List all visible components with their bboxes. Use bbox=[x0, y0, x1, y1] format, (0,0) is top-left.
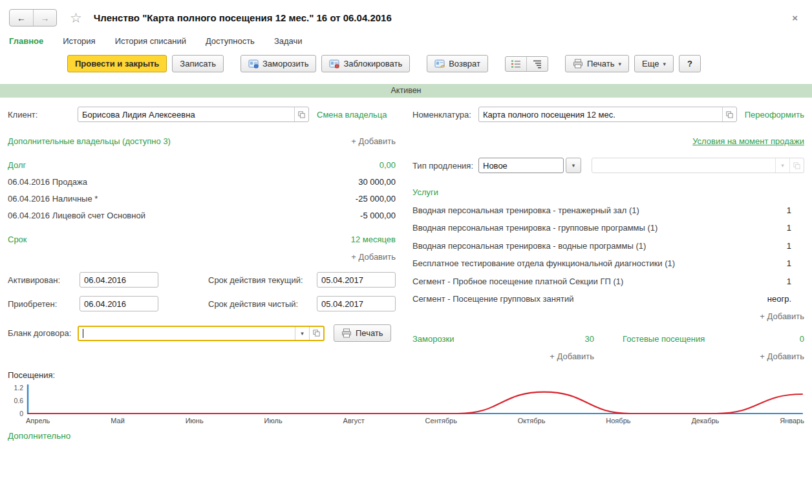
month-label: Ноябрь bbox=[606, 417, 630, 425]
guest-visits-block: Гостевые посещения 0 + Добавить bbox=[623, 334, 804, 361]
renewal-type-input[interactable] bbox=[479, 158, 563, 173]
section-tabs: Главное История История списаний Доступн… bbox=[0, 32, 812, 52]
forward-arrow-icon[interactable]: → bbox=[33, 10, 56, 26]
renewal-row: Тип продления: ▾ ▾ bbox=[412, 158, 804, 173]
valid-current-input[interactable] bbox=[317, 273, 395, 287]
tab-istoriya-spisaniy[interactable]: История списаний bbox=[115, 36, 186, 46]
dropdown-arrow-icon[interactable]: ▾ bbox=[295, 327, 309, 340]
add-freeze-button[interactable]: + Добавить bbox=[550, 352, 594, 361]
nomenclature-row: Номенклатура: Переоформить bbox=[412, 107, 804, 122]
dropdown-arrow-icon[interactable]: ▾ bbox=[566, 158, 581, 173]
service-row: Вводная персональная тренировка - тренаж… bbox=[412, 205, 804, 215]
y-tick-label: 1.2 bbox=[14, 384, 23, 392]
contract-input[interactable] bbox=[83, 327, 295, 340]
status-label: Активен bbox=[390, 86, 421, 95]
debt-entry-row: 06.04.2016 Наличные * -25 000,00 bbox=[8, 194, 396, 204]
choose-icon[interactable] bbox=[309, 327, 323, 340]
choose-icon[interactable] bbox=[722, 107, 736, 121]
freeze-button[interactable]: Заморозить bbox=[240, 55, 317, 72]
service-value: 1 bbox=[787, 223, 791, 233]
service-row: Сегмент - Пробное посещение платной Секц… bbox=[412, 277, 804, 286]
guest-visits-link[interactable]: Гостевые посещения bbox=[623, 334, 705, 344]
additional-owners-row: Дополнительные владельцы (доступно 3) + … bbox=[8, 136, 396, 146]
nomenclature-input[interactable] bbox=[479, 107, 722, 121]
refund-button[interactable]: Возврат bbox=[427, 55, 488, 72]
add-guest-visit-button[interactable]: + Добавить bbox=[760, 352, 804, 361]
activated-input[interactable] bbox=[80, 273, 158, 287]
purchased-input[interactable] bbox=[80, 297, 158, 311]
renewal-target-input[interactable] bbox=[592, 158, 775, 173]
add-service-button[interactable]: + Добавить bbox=[760, 311, 804, 321]
tab-glavnoe[interactable]: Главное bbox=[9, 36, 43, 46]
print-contract-label: Печать bbox=[356, 328, 383, 338]
choose-icon[interactable] bbox=[294, 107, 308, 121]
additional-owners-link[interactable]: Дополнительные владельцы (доступно 3) bbox=[8, 136, 171, 146]
services-link[interactable]: Услуги bbox=[412, 187, 438, 197]
activated-label: Активирован: bbox=[8, 275, 76, 285]
client-row: Клиент: Смена владельца bbox=[8, 107, 396, 122]
chart-x-axis-labels: Апрель Май Июнь Июль Август Сентябрь Окт… bbox=[26, 417, 804, 425]
hierarchy-list-icon[interactable] bbox=[526, 57, 548, 71]
back-arrow-icon[interactable]: ← bbox=[10, 10, 33, 26]
nomenclature-label: Номенклатура: bbox=[412, 110, 478, 120]
debt-entry-row: 06.04.2016 Продажа 30 000,00 bbox=[8, 177, 396, 187]
valid-net-field[interactable] bbox=[317, 296, 396, 311]
change-owner-link[interactable]: Смена владельца bbox=[317, 110, 387, 120]
toolbar: Провести и закрыть Записать Заморозить З… bbox=[0, 52, 812, 79]
valid-current-field[interactable] bbox=[317, 272, 396, 288]
valid-net-input[interactable] bbox=[317, 297, 395, 311]
print-menu-button[interactable]: Печать ▾ bbox=[565, 55, 629, 72]
contract-field[interactable]: ▾ bbox=[78, 326, 325, 341]
help-button[interactable]: ? bbox=[679, 55, 701, 72]
month-label: Май bbox=[111, 417, 125, 425]
renewal-target-field[interactable]: ▾ bbox=[592, 158, 804, 173]
chart-y-axis-ticks: 00.61.2 bbox=[8, 383, 26, 416]
sale-terms-link[interactable]: Условия на момент продажи bbox=[692, 136, 804, 146]
services-add-row: + Добавить bbox=[412, 311, 804, 321]
activated-field[interactable] bbox=[80, 272, 158, 288]
additional-link[interactable]: Дополнительно bbox=[8, 431, 70, 441]
checklist-icon[interactable] bbox=[506, 57, 526, 71]
tab-istoriya[interactable]: История bbox=[63, 36, 95, 46]
month-label: Декабрь bbox=[691, 417, 719, 425]
purchased-field[interactable] bbox=[80, 296, 158, 311]
term-link[interactable]: Срок bbox=[8, 235, 27, 244]
renewal-type-field[interactable] bbox=[478, 158, 564, 173]
post-and-close-button[interactable]: Провести и закрыть bbox=[67, 55, 167, 72]
guest-visits-value: 0 bbox=[800, 334, 804, 344]
main-area: Клиент: Смена владельца Дополнительные в… bbox=[0, 98, 812, 361]
reissue-link[interactable]: Переоформить bbox=[745, 110, 804, 120]
term-value: 12 месяцев bbox=[351, 235, 396, 244]
client-field[interactable] bbox=[78, 107, 309, 122]
favorite-star-icon[interactable]: ☆ bbox=[70, 11, 82, 25]
purchased-label: Приобретен: bbox=[8, 299, 76, 309]
freezes-value: 30 bbox=[585, 334, 594, 344]
contract-row: Бланк договора: ▾ Печать bbox=[8, 324, 396, 342]
add-owner-button[interactable]: + Добавить bbox=[351, 136, 396, 146]
freezes-link[interactable]: Заморозки bbox=[412, 334, 454, 344]
service-label: Вводная персональная тренировка - группо… bbox=[412, 223, 657, 233]
service-value: 1 bbox=[787, 241, 791, 251]
month-label: Июнь bbox=[186, 417, 204, 425]
print-contract-button[interactable]: Печать bbox=[334, 324, 391, 342]
dropdown-arrow-icon[interactable]: ▾ bbox=[775, 158, 789, 173]
nomenclature-field[interactable] bbox=[478, 107, 737, 122]
more-label: Еще bbox=[642, 59, 659, 68]
add-term-button[interactable]: + Добавить bbox=[351, 252, 396, 262]
more-button[interactable]: Еще ▾ bbox=[634, 55, 674, 72]
month-label: Август bbox=[343, 417, 365, 425]
service-label: Вводная персональная тренировка - водные… bbox=[412, 241, 646, 251]
save-button[interactable]: Записать bbox=[172, 55, 224, 72]
choose-icon[interactable] bbox=[789, 158, 804, 173]
debt-header: Долг 0,00 bbox=[8, 160, 396, 170]
tab-zadachi[interactable]: Задачи bbox=[274, 36, 303, 46]
tab-dostupnost[interactable]: Доступность bbox=[206, 36, 255, 46]
client-input[interactable] bbox=[78, 107, 294, 121]
service-row: Бесплатное тестирование отдела функциона… bbox=[412, 258, 804, 268]
block-button[interactable]: Заблокировать bbox=[321, 55, 410, 72]
valid-current-label: Срок действия текущий: bbox=[208, 275, 314, 285]
close-icon[interactable]: × bbox=[787, 11, 803, 25]
term-add-row: + Добавить bbox=[8, 252, 396, 262]
debt-link[interactable]: Долг bbox=[8, 160, 26, 170]
debt-entry-label: 06.04.2016 Наличные * bbox=[8, 194, 98, 204]
